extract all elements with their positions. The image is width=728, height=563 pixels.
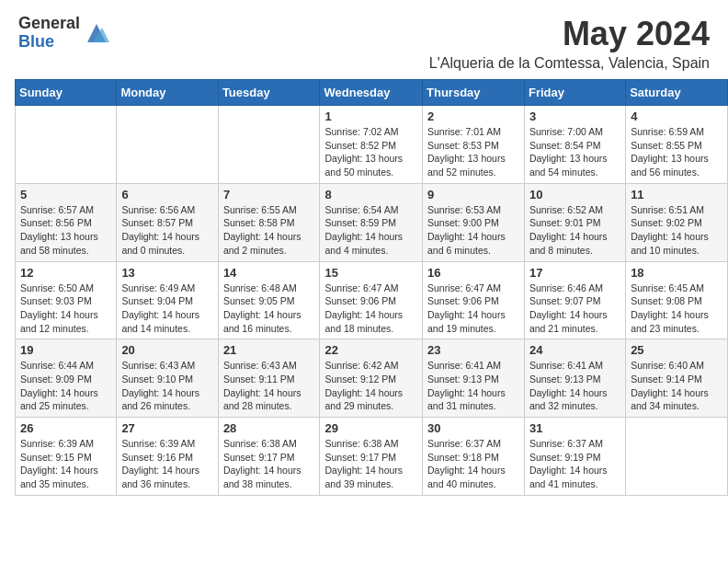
day-number: 1: [324, 109, 417, 123]
day-number: 31: [529, 421, 620, 435]
logo-blue-text: Blue: [18, 33, 80, 52]
day-number: 20: [121, 343, 212, 357]
day-number: 8: [324, 188, 417, 201]
day-info: Sunrise: 7:01 AM Sunset: 8:53 PM Dayligh…: [427, 125, 519, 179]
calendar-cell: 13Sunrise: 6:49 AM Sunset: 9:04 PM Dayli…: [117, 261, 218, 339]
day-info: Sunrise: 7:02 AM Sunset: 8:52 PM Dayligh…: [324, 125, 417, 179]
day-info: Sunrise: 6:41 AM Sunset: 9:13 PM Dayligh…: [529, 359, 620, 413]
day-info: Sunrise: 6:38 AM Sunset: 9:17 PM Dayligh…: [324, 437, 417, 491]
day-number: 14: [223, 266, 315, 280]
title-block: May 2024 L'Alqueria de la Comtessa, Vale…: [429, 15, 710, 72]
day-info: Sunrise: 6:44 AM Sunset: 9:09 PM Dayligh…: [20, 359, 111, 413]
calendar-cell: 21Sunrise: 6:43 AM Sunset: 9:11 PM Dayli…: [218, 339, 320, 418]
logo-general-text: General: [18, 15, 80, 33]
calendar-cell: 2Sunrise: 7:01 AM Sunset: 8:53 PM Daylig…: [423, 106, 525, 184]
calendar-cell: 3Sunrise: 7:00 AM Sunset: 8:54 PM Daylig…: [524, 106, 625, 184]
day-info: Sunrise: 6:43 AM Sunset: 9:10 PM Dayligh…: [121, 359, 212, 413]
calendar-cell: 27Sunrise: 6:39 AM Sunset: 9:16 PM Dayli…: [117, 418, 218, 496]
day-info: Sunrise: 6:41 AM Sunset: 9:13 PM Dayligh…: [427, 359, 519, 413]
day-number: 12: [20, 266, 111, 280]
day-number: 26: [20, 421, 111, 435]
calendar-cell: 17Sunrise: 6:46 AM Sunset: 9:07 PM Dayli…: [524, 261, 625, 339]
day-info: Sunrise: 6:49 AM Sunset: 9:04 PM Dayligh…: [121, 282, 212, 336]
calendar-week-2: 5Sunrise: 6:57 AM Sunset: 8:56 PM Daylig…: [16, 183, 728, 261]
day-info: Sunrise: 6:39 AM Sunset: 9:15 PM Dayligh…: [20, 437, 111, 491]
calendar-cell: 12Sunrise: 6:50 AM Sunset: 9:03 PM Dayli…: [16, 261, 117, 339]
calendar-cell: 24Sunrise: 6:41 AM Sunset: 9:13 PM Dayli…: [524, 339, 625, 418]
calendar-cell: 28Sunrise: 6:38 AM Sunset: 9:17 PM Dayli…: [218, 418, 320, 496]
calendar-cell: [626, 418, 728, 496]
day-number: 6: [121, 188, 212, 201]
calendar-cell: 20Sunrise: 6:43 AM Sunset: 9:10 PM Dayli…: [117, 339, 218, 418]
calendar-week-5: 26Sunrise: 6:39 AM Sunset: 9:15 PM Dayli…: [16, 418, 728, 496]
day-info: Sunrise: 6:45 AM Sunset: 9:08 PM Dayligh…: [631, 282, 722, 336]
day-info: Sunrise: 6:37 AM Sunset: 9:18 PM Dayligh…: [427, 437, 519, 491]
day-info: Sunrise: 7:00 AM Sunset: 8:54 PM Dayligh…: [529, 125, 620, 179]
column-header-wednesday: Wednesday: [320, 80, 423, 106]
calendar-cell: 4Sunrise: 6:59 AM Sunset: 8:55 PM Daylig…: [626, 106, 728, 184]
day-info: Sunrise: 6:48 AM Sunset: 9:05 PM Dayligh…: [223, 282, 315, 336]
calendar-week-3: 12Sunrise: 6:50 AM Sunset: 9:03 PM Dayli…: [16, 261, 728, 339]
day-number: 19: [20, 343, 111, 357]
day-info: Sunrise: 6:51 AM Sunset: 9:02 PM Dayligh…: [631, 203, 722, 258]
day-info: Sunrise: 6:50 AM Sunset: 9:03 PM Dayligh…: [20, 282, 111, 336]
day-info: Sunrise: 6:46 AM Sunset: 9:07 PM Dayligh…: [529, 282, 620, 336]
day-number: 28: [223, 421, 315, 435]
day-info: Sunrise: 6:43 AM Sunset: 9:11 PM Dayligh…: [223, 359, 315, 413]
day-info: Sunrise: 6:52 AM Sunset: 9:01 PM Dayligh…: [529, 203, 620, 258]
calendar-cell: 6Sunrise: 6:56 AM Sunset: 8:57 PM Daylig…: [117, 183, 218, 261]
day-info: Sunrise: 6:39 AM Sunset: 9:16 PM Dayligh…: [121, 437, 212, 491]
day-number: 25: [631, 343, 722, 357]
day-info: Sunrise: 6:55 AM Sunset: 8:58 PM Dayligh…: [223, 203, 315, 258]
calendar-cell: 18Sunrise: 6:45 AM Sunset: 9:08 PM Dayli…: [626, 261, 728, 339]
calendar-cell: 31Sunrise: 6:37 AM Sunset: 9:19 PM Dayli…: [524, 418, 625, 496]
calendar-cell: [16, 106, 117, 184]
column-header-friday: Friday: [524, 80, 625, 106]
calendar-cell: 8Sunrise: 6:54 AM Sunset: 8:59 PM Daylig…: [320, 183, 423, 261]
calendar-cell: [117, 106, 218, 184]
day-info: Sunrise: 6:38 AM Sunset: 9:17 PM Dayligh…: [223, 437, 315, 491]
day-number: 17: [529, 266, 620, 280]
calendar-week-1: 1Sunrise: 7:02 AM Sunset: 8:52 PM Daylig…: [16, 106, 728, 184]
day-number: 30: [427, 421, 519, 435]
day-info: Sunrise: 6:42 AM Sunset: 9:12 PM Dayligh…: [324, 359, 417, 413]
calendar-cell: 14Sunrise: 6:48 AM Sunset: 9:05 PM Dayli…: [218, 261, 320, 339]
calendar-table: SundayMondayTuesdayWednesdayThursdayFrid…: [15, 79, 728, 496]
calendar-cell: 1Sunrise: 7:02 AM Sunset: 8:52 PM Daylig…: [320, 106, 423, 184]
day-number: 2: [427, 109, 519, 123]
day-number: 22: [324, 343, 417, 357]
calendar-cell: 10Sunrise: 6:52 AM Sunset: 9:01 PM Dayli…: [524, 183, 625, 261]
day-info: Sunrise: 6:47 AM Sunset: 9:06 PM Dayligh…: [324, 282, 417, 336]
column-header-thursday: Thursday: [423, 80, 525, 106]
calendar-cell: 29Sunrise: 6:38 AM Sunset: 9:17 PM Dayli…: [320, 418, 423, 496]
calendar-title: May 2024: [429, 15, 710, 53]
logo-icon: [84, 20, 109, 46]
day-info: Sunrise: 6:40 AM Sunset: 9:14 PM Dayligh…: [631, 359, 722, 413]
calendar-body: 1Sunrise: 7:02 AM Sunset: 8:52 PM Daylig…: [16, 106, 728, 496]
day-number: 9: [427, 188, 519, 201]
day-info: Sunrise: 6:37 AM Sunset: 9:19 PM Dayligh…: [529, 437, 620, 491]
day-number: 7: [223, 188, 315, 201]
column-header-tuesday: Tuesday: [218, 80, 320, 106]
column-header-sunday: Sunday: [16, 80, 117, 106]
logo: General Blue: [18, 15, 109, 52]
day-info: Sunrise: 6:59 AM Sunset: 8:55 PM Dayligh…: [631, 125, 722, 179]
day-number: 15: [324, 266, 417, 280]
column-header-saturday: Saturday: [626, 80, 728, 106]
header-row: SundayMondayTuesdayWednesdayThursdayFrid…: [16, 80, 728, 106]
calendar-cell: 19Sunrise: 6:44 AM Sunset: 9:09 PM Dayli…: [16, 339, 117, 418]
calendar-header: SundayMondayTuesdayWednesdayThursdayFrid…: [16, 80, 728, 106]
day-info: Sunrise: 6:57 AM Sunset: 8:56 PM Dayligh…: [20, 203, 111, 258]
calendar-cell: 15Sunrise: 6:47 AM Sunset: 9:06 PM Dayli…: [320, 261, 423, 339]
calendar-cell: 11Sunrise: 6:51 AM Sunset: 9:02 PM Dayli…: [626, 183, 728, 261]
day-info: Sunrise: 6:54 AM Sunset: 8:59 PM Dayligh…: [324, 203, 417, 258]
page-header: General Blue May 2024 L'Alqueria de la C…: [0, 0, 728, 79]
day-info: Sunrise: 6:53 AM Sunset: 9:00 PM Dayligh…: [427, 203, 519, 258]
day-number: 27: [121, 421, 212, 435]
calendar-cell: 7Sunrise: 6:55 AM Sunset: 8:58 PM Daylig…: [218, 183, 320, 261]
day-info: Sunrise: 6:47 AM Sunset: 9:06 PM Dayligh…: [427, 282, 519, 336]
day-number: 13: [121, 266, 212, 280]
column-header-monday: Monday: [117, 80, 218, 106]
day-number: 4: [631, 109, 722, 123]
day-number: 24: [529, 343, 620, 357]
